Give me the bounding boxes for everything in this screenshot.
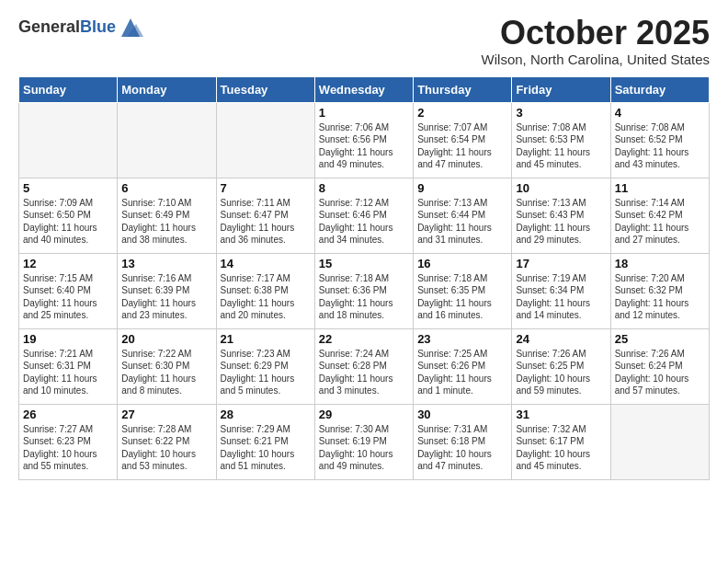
day-number: 7 [221, 181, 311, 195]
logo-general: General [18, 17, 80, 36]
day-info: Sunrise: 7:16 AM Sunset: 6:39 PM Dayligh… [121, 272, 211, 322]
calendar-cell [216, 102, 314, 178]
weekday-header-monday: Monday [118, 76, 216, 102]
calendar-week-3: 19Sunrise: 7:21 AM Sunset: 6:31 PM Dayli… [19, 328, 710, 404]
day-info: Sunrise: 7:20 AM Sunset: 6:32 PM Dayligh… [615, 272, 705, 322]
calendar-cell: 10Sunrise: 7:13 AM Sunset: 6:43 PM Dayli… [512, 178, 610, 253]
day-number: 23 [417, 332, 507, 346]
weekday-header-wednesday: Wednesday [314, 76, 413, 102]
day-info: Sunrise: 7:19 AM Sunset: 6:34 PM Dayligh… [516, 272, 606, 322]
calendar-cell: 12Sunrise: 7:15 AM Sunset: 6:40 PM Dayli… [19, 253, 118, 328]
header: GeneralBlue October 2025 Wilson, North C… [18, 15, 710, 67]
day-info: Sunrise: 7:18 AM Sunset: 6:36 PM Dayligh… [319, 272, 409, 322]
calendar-week-0: 1Sunrise: 7:06 AM Sunset: 6:56 PM Daylig… [19, 102, 710, 178]
day-number: 14 [221, 257, 311, 270]
day-number: 20 [121, 332, 211, 346]
calendar-cell: 30Sunrise: 7:31 AM Sunset: 6:18 PM Dayli… [414, 404, 512, 479]
day-info: Sunrise: 7:28 AM Sunset: 6:22 PM Dayligh… [121, 423, 211, 473]
day-info: Sunrise: 7:14 AM Sunset: 6:42 PM Dayligh… [615, 197, 705, 247]
calendar-week-2: 12Sunrise: 7:15 AM Sunset: 6:40 PM Dayli… [19, 253, 710, 328]
day-info: Sunrise: 7:07 AM Sunset: 6:54 PM Dayligh… [417, 121, 507, 171]
calendar-cell: 23Sunrise: 7:25 AM Sunset: 6:26 PM Dayli… [414, 328, 512, 404]
calendar-cell [19, 102, 118, 178]
calendar-cell: 3Sunrise: 7:08 AM Sunset: 6:53 PM Daylig… [512, 102, 610, 178]
day-info: Sunrise: 7:25 AM Sunset: 6:26 PM Dayligh… [417, 348, 507, 397]
day-info: Sunrise: 7:13 AM Sunset: 6:44 PM Dayligh… [417, 197, 507, 247]
day-number: 2 [417, 106, 507, 120]
day-info: Sunrise: 7:32 AM Sunset: 6:17 PM Dayligh… [516, 423, 606, 473]
calendar-cell: 18Sunrise: 7:20 AM Sunset: 6:32 PM Dayli… [610, 253, 709, 328]
day-number: 8 [319, 181, 409, 195]
day-info: Sunrise: 7:09 AM Sunset: 6:50 PM Dayligh… [23, 197, 113, 247]
day-number: 10 [516, 181, 606, 195]
day-info: Sunrise: 7:31 AM Sunset: 6:18 PM Dayligh… [417, 423, 507, 473]
weekday-header-row: SundayMondayTuesdayWednesdayThursdayFrid… [19, 76, 710, 102]
day-info: Sunrise: 7:10 AM Sunset: 6:49 PM Dayligh… [121, 197, 211, 247]
calendar-cell: 9Sunrise: 7:13 AM Sunset: 6:44 PM Daylig… [414, 178, 512, 253]
day-info: Sunrise: 7:29 AM Sunset: 6:21 PM Dayligh… [221, 423, 311, 473]
day-number: 11 [615, 181, 705, 195]
weekday-header-tuesday: Tuesday [216, 76, 314, 102]
calendar-cell: 28Sunrise: 7:29 AM Sunset: 6:21 PM Dayli… [216, 404, 314, 479]
day-info: Sunrise: 7:22 AM Sunset: 6:30 PM Dayligh… [121, 348, 211, 397]
day-info: Sunrise: 7:26 AM Sunset: 6:25 PM Dayligh… [516, 348, 606, 397]
logo-blue: Blue [80, 17, 116, 36]
day-number: 22 [319, 332, 409, 346]
day-number: 4 [615, 106, 705, 120]
calendar-cell: 15Sunrise: 7:18 AM Sunset: 6:36 PM Dayli… [314, 253, 413, 328]
calendar-cell: 14Sunrise: 7:17 AM Sunset: 6:38 PM Dayli… [216, 253, 314, 328]
day-number: 12 [23, 257, 113, 270]
day-number: 15 [319, 257, 409, 270]
day-info: Sunrise: 7:06 AM Sunset: 6:56 PM Dayligh… [319, 121, 409, 171]
calendar-cell: 13Sunrise: 7:16 AM Sunset: 6:39 PM Dayli… [118, 253, 216, 328]
calendar-cell: 21Sunrise: 7:23 AM Sunset: 6:29 PM Dayli… [216, 328, 314, 404]
logo-icon [118, 15, 143, 40]
day-info: Sunrise: 7:30 AM Sunset: 6:19 PM Dayligh… [319, 423, 409, 473]
calendar-cell: 6Sunrise: 7:10 AM Sunset: 6:49 PM Daylig… [118, 178, 216, 253]
weekday-header-saturday: Saturday [610, 76, 709, 102]
day-info: Sunrise: 7:18 AM Sunset: 6:35 PM Dayligh… [417, 272, 507, 322]
calendar-cell: 31Sunrise: 7:32 AM Sunset: 6:17 PM Dayli… [512, 404, 610, 479]
logo-text: GeneralBlue [18, 18, 116, 37]
day-info: Sunrise: 7:26 AM Sunset: 6:24 PM Dayligh… [615, 348, 705, 397]
page: GeneralBlue October 2025 Wilson, North C… [0, 0, 728, 563]
calendar-cell: 11Sunrise: 7:14 AM Sunset: 6:42 PM Dayli… [610, 178, 709, 253]
day-info: Sunrise: 7:12 AM Sunset: 6:46 PM Dayligh… [319, 197, 409, 247]
month-title: October 2025 [482, 15, 710, 52]
day-number: 5 [23, 181, 113, 195]
day-info: Sunrise: 7:15 AM Sunset: 6:40 PM Dayligh… [23, 272, 113, 322]
calendar-cell: 8Sunrise: 7:12 AM Sunset: 6:46 PM Daylig… [314, 178, 413, 253]
calendar-cell: 22Sunrise: 7:24 AM Sunset: 6:28 PM Dayli… [314, 328, 413, 404]
weekday-header-thursday: Thursday [414, 76, 512, 102]
calendar-cell: 7Sunrise: 7:11 AM Sunset: 6:47 PM Daylig… [216, 178, 314, 253]
day-number: 25 [615, 332, 705, 346]
day-number: 27 [121, 408, 211, 421]
day-number: 6 [121, 181, 211, 195]
day-number: 9 [417, 181, 507, 195]
calendar-cell: 26Sunrise: 7:27 AM Sunset: 6:23 PM Dayli… [19, 404, 118, 479]
calendar-week-1: 5Sunrise: 7:09 AM Sunset: 6:50 PM Daylig… [19, 178, 710, 253]
day-number: 30 [417, 408, 507, 421]
day-number: 24 [516, 332, 606, 346]
day-number: 19 [23, 332, 113, 346]
calendar-cell: 1Sunrise: 7:06 AM Sunset: 6:56 PM Daylig… [314, 102, 413, 178]
calendar-cell: 29Sunrise: 7:30 AM Sunset: 6:19 PM Dayli… [314, 404, 413, 479]
calendar: SundayMondayTuesdayWednesdayThursdayFrid… [18, 76, 710, 480]
calendar-cell: 19Sunrise: 7:21 AM Sunset: 6:31 PM Dayli… [19, 328, 118, 404]
day-info: Sunrise: 7:08 AM Sunset: 6:52 PM Dayligh… [615, 121, 705, 171]
day-info: Sunrise: 7:21 AM Sunset: 6:31 PM Dayligh… [23, 348, 113, 397]
title-block: October 2025 Wilson, North Carolina, Uni… [482, 15, 710, 67]
day-number: 29 [319, 408, 409, 421]
calendar-week-4: 26Sunrise: 7:27 AM Sunset: 6:23 PM Dayli… [19, 404, 710, 479]
day-number: 1 [319, 106, 409, 120]
day-info: Sunrise: 7:08 AM Sunset: 6:53 PM Dayligh… [516, 121, 606, 171]
day-number: 18 [615, 257, 705, 270]
day-number: 28 [221, 408, 311, 421]
calendar-cell: 27Sunrise: 7:28 AM Sunset: 6:22 PM Dayli… [118, 404, 216, 479]
day-info: Sunrise: 7:13 AM Sunset: 6:43 PM Dayligh… [516, 197, 606, 247]
calendar-cell: 24Sunrise: 7:26 AM Sunset: 6:25 PM Dayli… [512, 328, 610, 404]
calendar-cell: 20Sunrise: 7:22 AM Sunset: 6:30 PM Dayli… [118, 328, 216, 404]
day-info: Sunrise: 7:11 AM Sunset: 6:47 PM Dayligh… [221, 197, 311, 247]
calendar-cell: 4Sunrise: 7:08 AM Sunset: 6:52 PM Daylig… [610, 102, 709, 178]
calendar-cell: 2Sunrise: 7:07 AM Sunset: 6:54 PM Daylig… [414, 102, 512, 178]
